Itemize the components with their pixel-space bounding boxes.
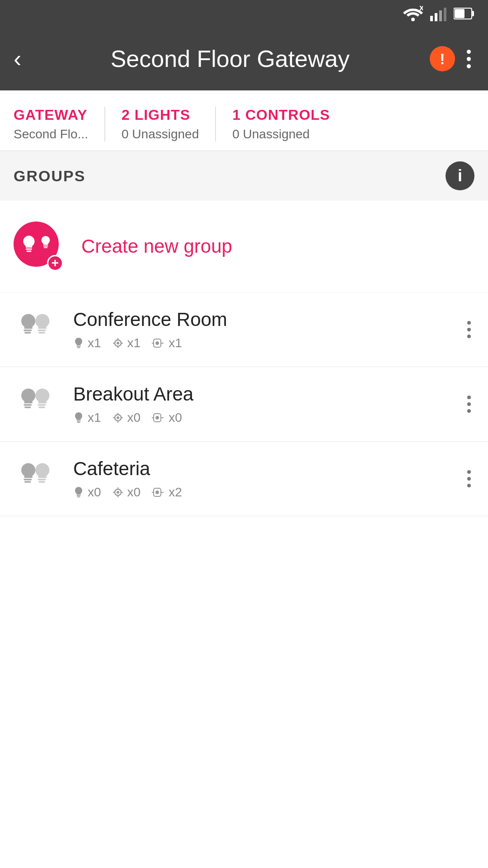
group-bulb-icon — [16, 311, 56, 348]
back-button[interactable]: ‹ — [14, 47, 21, 71]
svg-rect-28 — [24, 406, 31, 408]
light-count-icon-2 — [73, 411, 84, 424]
switches-count-label-3: x2 — [169, 485, 182, 500]
sensor-count-icon-2 — [112, 412, 124, 424]
svg-rect-45 — [77, 495, 81, 496]
svg-rect-7 — [472, 11, 474, 16]
switch-count-icon-3 — [151, 486, 165, 498]
sensor-count-icon-3 — [112, 486, 124, 498]
more-dot-1 — [467, 50, 471, 54]
page-title: Second Floor Gateway — [30, 45, 430, 72]
lights-count-label: x1 — [88, 336, 101, 350]
group-item-breakout-area[interactable]: Breakout Area x1 x0 — [0, 367, 488, 442]
more-dot-3 — [467, 64, 471, 68]
sensors-count-label-2: x0 — [127, 410, 141, 425]
tab-gateway-sub: Second Flo... — [14, 127, 88, 142]
svg-rect-13 — [23, 330, 32, 331]
tab-divider-2 — [215, 107, 216, 142]
lights-count-2: x1 — [73, 410, 101, 425]
svg-rect-12 — [44, 247, 47, 248]
svg-rect-30 — [38, 406, 45, 408]
group-counts-3: x0 x0 x2 — [73, 485, 449, 500]
group-info-3: Cafeteria x0 x0 — [73, 458, 449, 500]
group-name-3: Cafeteria — [73, 458, 449, 480]
group-more-menu-button-2[interactable] — [464, 392, 474, 416]
svg-rect-3 — [435, 13, 437, 21]
svg-point-48 — [117, 491, 119, 494]
tab-controls[interactable]: 1 CONTROLS 0 Unassigned — [232, 107, 346, 142]
groups-label: GROUPS — [14, 167, 85, 185]
sensors-count-label-3: x0 — [127, 485, 141, 500]
svg-rect-10 — [27, 250, 32, 252]
group-icon-container-2 — [14, 386, 59, 422]
group-counts: x1 x1 x1 — [73, 336, 449, 350]
tab-controls-label: 1 CONTROLS — [232, 107, 330, 123]
group-item-cafeteria[interactable]: Cafeteria x0 x0 — [0, 442, 488, 516]
lights-count-label-2: x1 — [88, 410, 101, 425]
svg-rect-14 — [24, 332, 31, 333]
light-count-icon — [73, 337, 84, 349]
svg-rect-29 — [38, 404, 46, 406]
sensor-count-icon — [112, 337, 124, 349]
tab-gateway[interactable]: GATEWAY Second Flo... — [14, 107, 104, 142]
app-bar: ‹ Second Floor Gateway ! — [0, 27, 488, 90]
signal-icon — [430, 6, 446, 21]
tab-lights[interactable]: 2 LIGHTS 0 Unassigned — [122, 107, 215, 142]
svg-rect-18 — [77, 347, 80, 348]
svg-rect-31 — [77, 420, 81, 421]
info-button[interactable]: i — [446, 161, 474, 190]
group-bulb-icon-3 — [16, 461, 56, 497]
group-more-menu-button[interactable] — [464, 317, 474, 342]
svg-rect-11 — [43, 245, 48, 246]
group-info: Conference Room x1 x1 — [73, 309, 449, 350]
svg-rect-15 — [38, 330, 46, 331]
sensors-count-2: x0 — [112, 410, 141, 425]
create-group-row[interactable]: + Create new group — [0, 201, 488, 292]
svg-rect-2 — [430, 16, 433, 21]
battery-icon — [454, 7, 474, 20]
switches-count-3: x2 — [151, 485, 182, 500]
svg-point-0 — [411, 18, 415, 21]
group-name: Conference Room — [73, 309, 449, 330]
group-bulb-icon-2 — [16, 386, 56, 422]
more-menu-button[interactable] — [463, 46, 474, 72]
svg-rect-4 — [439, 10, 442, 21]
svg-rect-16 — [38, 332, 45, 333]
bulbs-inner — [20, 234, 52, 254]
tab-lights-sub: 0 Unassigned — [122, 127, 199, 142]
tab-divider-1 — [104, 107, 105, 142]
lights-count-label-3: x0 — [88, 485, 101, 500]
svg-rect-5 — [444, 8, 446, 21]
group-more-menu-button-3[interactable] — [464, 467, 474, 491]
group-icon-container-3 — [14, 461, 59, 497]
bulb-icon-2 — [39, 234, 52, 250]
bulb-icon-1 — [20, 234, 38, 254]
sensors-count-3: x0 — [112, 485, 141, 500]
plus-badge: + — [47, 255, 63, 271]
group-info-2: Breakout Area x1 x0 — [73, 383, 449, 425]
tab-lights-label: 2 LIGHTS — [122, 107, 199, 123]
svg-rect-32 — [77, 422, 80, 423]
svg-rect-41 — [23, 479, 32, 480]
svg-rect-42 — [24, 481, 31, 482]
svg-rect-27 — [23, 404, 32, 406]
group-name-2: Breakout Area — [73, 383, 449, 405]
create-group-label: Create new group — [81, 236, 232, 257]
groups-header: GROUPS i — [0, 151, 488, 201]
more-dot-2 — [467, 57, 471, 61]
switch-count-icon-2 — [151, 412, 165, 424]
switches-count-label: x1 — [169, 336, 182, 350]
status-bar: x — [0, 0, 488, 27]
svg-rect-44 — [38, 481, 45, 482]
alert-badge[interactable]: ! — [430, 46, 455, 71]
group-icon-container — [14, 311, 59, 348]
lights-count: x1 — [73, 336, 101, 350]
switches-count: x1 — [151, 336, 182, 350]
lights-count-3: x0 — [73, 485, 101, 500]
group-item-conference-room[interactable]: Conference Room x1 x1 — [0, 292, 488, 367]
tab-controls-sub: 0 Unassigned — [232, 127, 330, 142]
wifi-icon: x — [403, 6, 423, 21]
svg-text:x: x — [419, 6, 423, 12]
svg-rect-17 — [77, 346, 81, 347]
sensors-count: x1 — [112, 336, 141, 350]
